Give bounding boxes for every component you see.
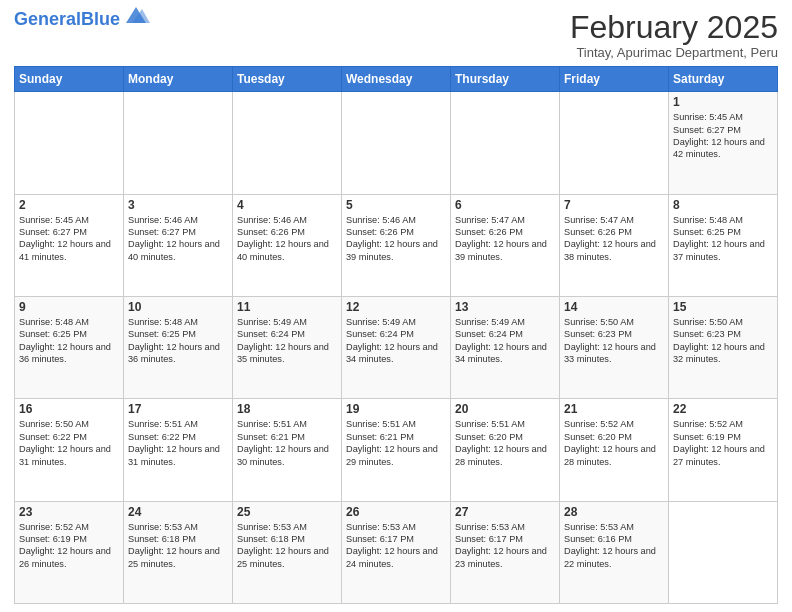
location-title: Tintay, Apurimac Department, Peru: [570, 45, 778, 60]
day-number: 2: [19, 198, 119, 212]
calendar-header: SundayMondayTuesdayWednesdayThursdayFrid…: [15, 67, 778, 92]
calendar-cell: [560, 92, 669, 194]
day-info: Sunrise: 5:53 AM Sunset: 6:18 PM Dayligh…: [128, 521, 228, 571]
title-block: February 2025 Tintay, Apurimac Departmen…: [570, 10, 778, 60]
logo: GeneralBlue: [14, 10, 150, 28]
day-info: Sunrise: 5:50 AM Sunset: 6:23 PM Dayligh…: [673, 316, 773, 366]
day-number: 24: [128, 505, 228, 519]
day-info: Sunrise: 5:51 AM Sunset: 6:21 PM Dayligh…: [346, 418, 446, 468]
day-info: Sunrise: 5:53 AM Sunset: 6:18 PM Dayligh…: [237, 521, 337, 571]
day-info: Sunrise: 5:49 AM Sunset: 6:24 PM Dayligh…: [455, 316, 555, 366]
calendar-cell: 3Sunrise: 5:46 AM Sunset: 6:27 PM Daylig…: [124, 194, 233, 296]
weekday-tuesday: Tuesday: [233, 67, 342, 92]
day-info: Sunrise: 5:53 AM Sunset: 6:16 PM Dayligh…: [564, 521, 664, 571]
logo-blue: Blue: [81, 9, 120, 29]
day-info: Sunrise: 5:50 AM Sunset: 6:23 PM Dayligh…: [564, 316, 664, 366]
calendar-cell: 15Sunrise: 5:50 AM Sunset: 6:23 PM Dayli…: [669, 296, 778, 398]
day-info: Sunrise: 5:45 AM Sunset: 6:27 PM Dayligh…: [19, 214, 119, 264]
week-row-0: 1Sunrise: 5:45 AM Sunset: 6:27 PM Daylig…: [15, 92, 778, 194]
day-number: 10: [128, 300, 228, 314]
day-info: Sunrise: 5:52 AM Sunset: 6:20 PM Dayligh…: [564, 418, 664, 468]
day-info: Sunrise: 5:53 AM Sunset: 6:17 PM Dayligh…: [455, 521, 555, 571]
calendar-cell: 17Sunrise: 5:51 AM Sunset: 6:22 PM Dayli…: [124, 399, 233, 501]
day-info: Sunrise: 5:48 AM Sunset: 6:25 PM Dayligh…: [128, 316, 228, 366]
day-number: 19: [346, 402, 446, 416]
calendar-cell: [233, 92, 342, 194]
weekday-thursday: Thursday: [451, 67, 560, 92]
month-title: February 2025: [570, 10, 778, 45]
calendar-cell: 26Sunrise: 5:53 AM Sunset: 6:17 PM Dayli…: [342, 501, 451, 603]
day-info: Sunrise: 5:46 AM Sunset: 6:26 PM Dayligh…: [237, 214, 337, 264]
calendar-cell: 14Sunrise: 5:50 AM Sunset: 6:23 PM Dayli…: [560, 296, 669, 398]
calendar-cell: 6Sunrise: 5:47 AM Sunset: 6:26 PM Daylig…: [451, 194, 560, 296]
calendar-cell: 22Sunrise: 5:52 AM Sunset: 6:19 PM Dayli…: [669, 399, 778, 501]
calendar-cell: 24Sunrise: 5:53 AM Sunset: 6:18 PM Dayli…: [124, 501, 233, 603]
logo-text: GeneralBlue: [14, 10, 120, 28]
day-info: Sunrise: 5:52 AM Sunset: 6:19 PM Dayligh…: [19, 521, 119, 571]
week-row-2: 9Sunrise: 5:48 AM Sunset: 6:25 PM Daylig…: [15, 296, 778, 398]
day-info: Sunrise: 5:47 AM Sunset: 6:26 PM Dayligh…: [564, 214, 664, 264]
day-info: Sunrise: 5:46 AM Sunset: 6:26 PM Dayligh…: [346, 214, 446, 264]
calendar-cell: 23Sunrise: 5:52 AM Sunset: 6:19 PM Dayli…: [15, 501, 124, 603]
day-number: 7: [564, 198, 664, 212]
day-info: Sunrise: 5:46 AM Sunset: 6:27 PM Dayligh…: [128, 214, 228, 264]
day-number: 14: [564, 300, 664, 314]
day-info: Sunrise: 5:49 AM Sunset: 6:24 PM Dayligh…: [237, 316, 337, 366]
calendar-cell: 11Sunrise: 5:49 AM Sunset: 6:24 PM Dayli…: [233, 296, 342, 398]
day-info: Sunrise: 5:49 AM Sunset: 6:24 PM Dayligh…: [346, 316, 446, 366]
day-number: 25: [237, 505, 337, 519]
day-number: 27: [455, 505, 555, 519]
calendar-cell: 5Sunrise: 5:46 AM Sunset: 6:26 PM Daylig…: [342, 194, 451, 296]
header: GeneralBlue February 2025 Tintay, Apurim…: [14, 10, 778, 60]
day-number: 8: [673, 198, 773, 212]
calendar-cell: 20Sunrise: 5:51 AM Sunset: 6:20 PM Dayli…: [451, 399, 560, 501]
day-number: 17: [128, 402, 228, 416]
day-info: Sunrise: 5:51 AM Sunset: 6:21 PM Dayligh…: [237, 418, 337, 468]
calendar-cell: 1Sunrise: 5:45 AM Sunset: 6:27 PM Daylig…: [669, 92, 778, 194]
calendar-cell: 19Sunrise: 5:51 AM Sunset: 6:21 PM Dayli…: [342, 399, 451, 501]
calendar-cell: 28Sunrise: 5:53 AM Sunset: 6:16 PM Dayli…: [560, 501, 669, 603]
calendar-cell: [124, 92, 233, 194]
day-number: 4: [237, 198, 337, 212]
day-number: 5: [346, 198, 446, 212]
day-info: Sunrise: 5:50 AM Sunset: 6:22 PM Dayligh…: [19, 418, 119, 468]
calendar: SundayMondayTuesdayWednesdayThursdayFrid…: [14, 66, 778, 604]
week-row-4: 23Sunrise: 5:52 AM Sunset: 6:19 PM Dayli…: [15, 501, 778, 603]
logo-icon: [122, 5, 150, 25]
calendar-body: 1Sunrise: 5:45 AM Sunset: 6:27 PM Daylig…: [15, 92, 778, 604]
weekday-monday: Monday: [124, 67, 233, 92]
day-number: 18: [237, 402, 337, 416]
calendar-cell: 8Sunrise: 5:48 AM Sunset: 6:25 PM Daylig…: [669, 194, 778, 296]
day-info: Sunrise: 5:51 AM Sunset: 6:22 PM Dayligh…: [128, 418, 228, 468]
calendar-cell: 13Sunrise: 5:49 AM Sunset: 6:24 PM Dayli…: [451, 296, 560, 398]
day-number: 9: [19, 300, 119, 314]
week-row-1: 2Sunrise: 5:45 AM Sunset: 6:27 PM Daylig…: [15, 194, 778, 296]
calendar-cell: 12Sunrise: 5:49 AM Sunset: 6:24 PM Dayli…: [342, 296, 451, 398]
day-number: 1: [673, 95, 773, 109]
calendar-cell: 4Sunrise: 5:46 AM Sunset: 6:26 PM Daylig…: [233, 194, 342, 296]
day-info: Sunrise: 5:48 AM Sunset: 6:25 PM Dayligh…: [19, 316, 119, 366]
day-number: 21: [564, 402, 664, 416]
calendar-cell: [15, 92, 124, 194]
day-number: 28: [564, 505, 664, 519]
page: GeneralBlue February 2025 Tintay, Apurim…: [0, 0, 792, 612]
calendar-cell: 21Sunrise: 5:52 AM Sunset: 6:20 PM Dayli…: [560, 399, 669, 501]
day-info: Sunrise: 5:48 AM Sunset: 6:25 PM Dayligh…: [673, 214, 773, 264]
calendar-cell: 10Sunrise: 5:48 AM Sunset: 6:25 PM Dayli…: [124, 296, 233, 398]
weekday-friday: Friday: [560, 67, 669, 92]
weekday-sunday: Sunday: [15, 67, 124, 92]
calendar-cell: [451, 92, 560, 194]
calendar-cell: [669, 501, 778, 603]
calendar-cell: 2Sunrise: 5:45 AM Sunset: 6:27 PM Daylig…: [15, 194, 124, 296]
week-row-3: 16Sunrise: 5:50 AM Sunset: 6:22 PM Dayli…: [15, 399, 778, 501]
day-number: 15: [673, 300, 773, 314]
calendar-cell: 9Sunrise: 5:48 AM Sunset: 6:25 PM Daylig…: [15, 296, 124, 398]
day-info: Sunrise: 5:53 AM Sunset: 6:17 PM Dayligh…: [346, 521, 446, 571]
weekday-row: SundayMondayTuesdayWednesdayThursdayFrid…: [15, 67, 778, 92]
day-info: Sunrise: 5:51 AM Sunset: 6:20 PM Dayligh…: [455, 418, 555, 468]
day-info: Sunrise: 5:45 AM Sunset: 6:27 PM Dayligh…: [673, 111, 773, 161]
day-number: 22: [673, 402, 773, 416]
logo-general: General: [14, 9, 81, 29]
day-number: 6: [455, 198, 555, 212]
calendar-cell: [342, 92, 451, 194]
